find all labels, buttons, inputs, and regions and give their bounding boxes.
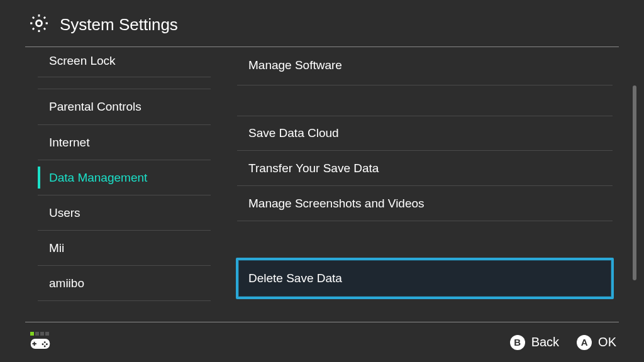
main-item-transfer-save-data[interactable]: Transfer Your Save Data (237, 151, 613, 186)
main-item-label: Manage Software (248, 58, 342, 72)
svg-point-6 (42, 343, 44, 345)
footer-bar: B Back A OK (25, 322, 619, 362)
b-button-icon: B (510, 335, 525, 350)
sidebar-item-label: amiibo (49, 277, 84, 290)
main-item-label: Save Data Cloud (248, 126, 339, 140)
svg-point-5 (44, 345, 46, 347)
sidebar-item-label: Screen Lock (49, 54, 116, 68)
main-item-label: Manage Screenshots and Videos (248, 197, 425, 211)
main-item-manage-software[interactable]: Manage Software (237, 45, 613, 85)
sidebar-item-users[interactable]: Users (38, 195, 211, 230)
settings-header: System Settings (0, 0, 644, 47)
sidebar-item-parental-controls[interactable]: Parental Controls (38, 89, 211, 124)
content-area: Screen Lock Parental Controls Internet D… (0, 45, 644, 322)
main-item-save-data-cloud[interactable]: Save Data Cloud (237, 116, 613, 151)
svg-point-3 (44, 341, 46, 343)
a-button-icon: A (577, 335, 592, 350)
main-item-delete-save-data[interactable]: Delete Save Data (236, 258, 614, 299)
controller-indicator (25, 332, 50, 353)
sidebar-item-internet[interactable]: Internet (38, 124, 211, 160)
sidebar-item-label: Users (49, 206, 80, 220)
sidebar-item-label: Parental Controls (49, 100, 142, 114)
back-label: Back (531, 335, 559, 349)
footer-hints: B Back A OK (510, 335, 619, 350)
settings-sidebar: Screen Lock Parental Controls Internet D… (0, 45, 211, 322)
back-button[interactable]: B Back (510, 335, 559, 350)
gear-icon (28, 13, 50, 36)
player-indicator-dots (30, 332, 49, 336)
main-item-manage-screenshots-videos[interactable]: Manage Screenshots and Videos (237, 186, 613, 221)
controller-icon (30, 337, 50, 353)
svg-point-0 (36, 20, 42, 26)
svg-point-4 (46, 343, 48, 345)
sidebar-item-label: Mii (49, 241, 64, 255)
sidebar-item-label: Data Management (49, 171, 147, 185)
sidebar-divider (38, 300, 211, 301)
main-group-delete: Delete Save Data (237, 258, 613, 299)
svg-rect-2 (32, 343, 36, 344)
settings-main-panel: Manage Software Save Data Cloud Transfer… (211, 45, 644, 322)
sidebar-item-amiibo[interactable]: amiibo (38, 265, 211, 300)
sidebar-item-screen-lock[interactable]: Screen Lock (38, 45, 211, 77)
main-group-save: Save Data Cloud Transfer Your Save Data … (237, 116, 613, 221)
sidebar-gap (38, 77, 211, 89)
ok-button[interactable]: A OK (577, 335, 616, 350)
main-scrollbar[interactable] (633, 85, 636, 280)
ok-label: OK (598, 335, 616, 349)
sidebar-item-mii[interactable]: Mii (38, 230, 211, 265)
main-item-label: Transfer Your Save Data (248, 162, 379, 175)
main-item-label: Delete Save Data (248, 272, 342, 285)
sidebar-item-label: Internet (49, 136, 89, 150)
sidebar-item-data-management[interactable]: Data Management (38, 160, 211, 195)
page-title: System Settings (60, 15, 178, 35)
